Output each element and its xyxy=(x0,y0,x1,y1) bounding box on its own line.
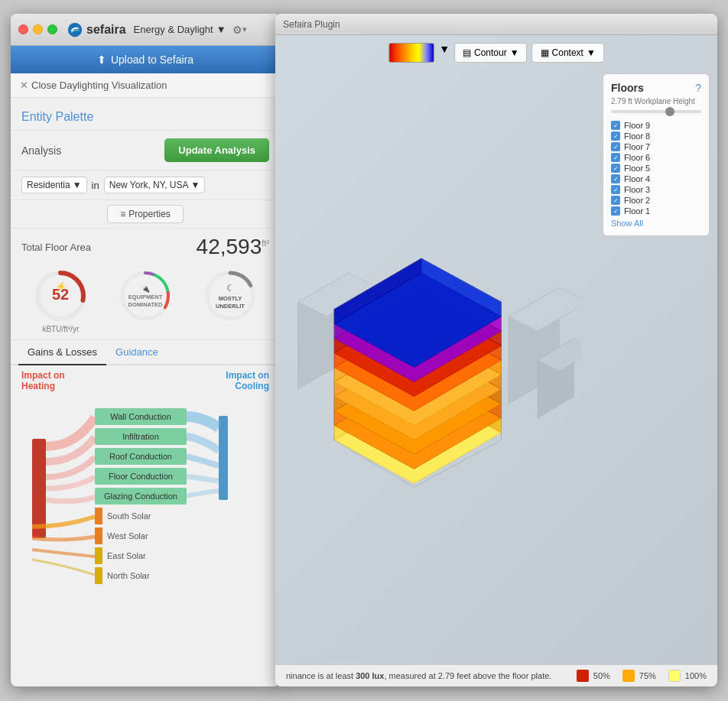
floor-5-label: Floor 5 xyxy=(624,164,650,173)
floor-6-label: Floor 6 xyxy=(624,153,650,162)
plugin-window: Sefaira Plugin ▼ ▤ Contour ▼ ▦ Context ▼ xyxy=(275,14,717,686)
sefaira-logo-icon xyxy=(67,21,83,38)
title-bar: sefaira Energy & Daylight ▼ ⚙ ▾ xyxy=(11,14,280,46)
lighting-gauge-svg: ☾ MOSTLY UNDERLIT xyxy=(203,268,258,323)
floor-item-7: Floor 7 xyxy=(611,142,701,151)
workplane-height-label: 2.79 ft Workplane Height xyxy=(611,97,701,105)
context-arrow: ▼ xyxy=(587,47,596,58)
svg-text:DOMINATED: DOMINATED xyxy=(128,301,163,308)
mode-label: Energy & Daylight xyxy=(134,24,213,35)
contour-button[interactable]: ▤ Contour ▼ xyxy=(454,43,528,63)
gear-icon[interactable]: ⚙ xyxy=(232,24,242,36)
workplane-slider[interactable] xyxy=(611,110,701,113)
analysis-row: Analysis Update Analysis xyxy=(11,131,280,170)
legend-bar: ninance is at least 300 lux, measured at… xyxy=(275,664,717,686)
energy-gauge-item: 52 ⚡ kBTU/ft²/yr xyxy=(26,268,95,333)
floors-panel: Floors ? 2.79 ft Workplane Height Floor … xyxy=(603,73,710,236)
location-chevron: ▼ xyxy=(191,180,200,190)
floor-item-2: Floor 2 xyxy=(611,196,701,205)
building-type-dropdown[interactable]: Residentia ▼ xyxy=(21,177,87,193)
floor-4-checkbox[interactable] xyxy=(611,174,620,183)
floor-area-unit: ft² xyxy=(262,239,269,248)
logo-text: sefaira xyxy=(86,23,126,37)
svg-text:EQUIPMENT: EQUIPMENT xyxy=(128,294,163,300)
upload-button[interactable]: ⬆ Upload to Sefaira xyxy=(11,46,280,73)
svg-text:⚡: ⚡ xyxy=(55,281,67,292)
floor-1-label: Floor 1 xyxy=(624,206,650,216)
impact-heating-label: Impact onHeating xyxy=(21,370,65,391)
plugin-title-bar: Sefaira Plugin xyxy=(275,14,717,35)
building-3d-svg xyxy=(291,66,581,509)
tab-gains-losses[interactable]: Gains & Losses xyxy=(18,340,106,365)
floor-6-checkbox[interactable] xyxy=(611,153,620,162)
floor-2-checkbox[interactable] xyxy=(611,196,620,205)
floor-9-label: Floor 9 xyxy=(624,121,650,130)
in-label: in xyxy=(92,180,99,191)
floor-area-value: 42,593ft² xyxy=(197,235,269,259)
properties-label: Properties xyxy=(128,209,171,219)
impact-cooling-label: Impact onCooling xyxy=(226,370,269,391)
location-value: New York, NY, USA xyxy=(109,180,189,190)
context-button[interactable]: ▦ Context ▼ xyxy=(532,43,604,63)
floor-1-checkbox[interactable] xyxy=(611,206,620,216)
energy-gauge-svg: 52 ⚡ xyxy=(33,268,88,323)
legend-50-dot xyxy=(577,670,589,682)
traffic-lights xyxy=(18,24,57,34)
slider-thumb[interactable] xyxy=(665,107,674,116)
floor-7-checkbox[interactable] xyxy=(611,142,620,151)
floor-3-label: Floor 3 xyxy=(624,185,650,194)
lighting-gauge-item: ☾ MOSTLY UNDERLIT xyxy=(196,268,265,333)
minimize-window-button[interactable] xyxy=(33,24,43,34)
sefaira-logo: sefaira xyxy=(67,21,126,38)
color-gradient-button[interactable] xyxy=(388,43,434,63)
show-all-link[interactable]: Show All xyxy=(611,219,701,228)
energy-unit-label: kBTU/ft²/yr xyxy=(42,325,79,333)
contour-arrow: ▼ xyxy=(510,47,519,58)
floor-item-6: Floor 6 xyxy=(611,153,701,162)
floor-5-checkbox[interactable] xyxy=(611,164,620,173)
floor-2-label: Floor 2 xyxy=(624,196,650,205)
gauges-row: 52 ⚡ kBTU/ft²/yr 🔌 EQUIPMENT DOMINATED xyxy=(11,262,280,340)
floor-item-8: Floor 8 xyxy=(611,131,701,141)
legend-100: 100% xyxy=(668,670,707,682)
floor-3-checkbox[interactable] xyxy=(611,185,620,194)
floors-header: Floors ? xyxy=(611,82,701,94)
floor-8-checkbox[interactable] xyxy=(611,131,620,141)
properties-row: ≡ Properties xyxy=(11,200,280,229)
context-label: Context xyxy=(552,47,583,58)
building-type-label: Residentia xyxy=(27,180,70,190)
floor-4-label: Floor 4 xyxy=(624,174,650,183)
3d-view: ▼ ▤ Contour ▼ ▦ Context ▼ xyxy=(275,35,717,686)
floors-title: Floors xyxy=(611,82,644,94)
tabs-row: Gains & Losses Guidance xyxy=(11,340,280,365)
mode-dropdown[interactable]: Energy & Daylight ▼ xyxy=(134,24,226,35)
plugin-title: Sefaira Plugin xyxy=(283,19,340,30)
location-dropdown[interactable]: New York, NY, USA ▼ xyxy=(104,177,206,193)
svg-text:☾: ☾ xyxy=(226,283,234,294)
legend-100-label: 100% xyxy=(685,671,707,680)
update-analysis-button[interactable]: Update Analysis xyxy=(164,138,269,162)
floor-area-label: Total Floor Area xyxy=(21,242,91,253)
sankey-svg: Wall Conduction Infiltration Roof Conduc… xyxy=(18,393,272,607)
color-dropdown-arrow[interactable]: ▼ xyxy=(439,43,450,63)
legend-50: 50% xyxy=(577,670,610,682)
close-daylighting-label: Close Daylighting Visualization xyxy=(31,80,167,91)
svg-rect-28 xyxy=(95,508,102,524)
svg-text:Roof Conduction: Roof Conduction xyxy=(109,452,172,461)
impact-labels: Impact onHeating Impact onCooling xyxy=(11,365,280,393)
properties-button[interactable]: ≡ Properties xyxy=(107,205,184,223)
maximize-window-button[interactable] xyxy=(47,24,57,34)
close-daylighting-button[interactable]: ✕ Close Daylighting Visualization xyxy=(11,73,280,98)
floors-help-icon[interactable]: ? xyxy=(695,82,701,94)
location-row: Residentia ▼ in New York, NY, USA ▼ xyxy=(11,170,280,200)
floor-8-label: Floor 8 xyxy=(624,131,650,141)
floor-9-checkbox[interactable] xyxy=(611,121,620,130)
close-window-button[interactable] xyxy=(18,24,28,34)
svg-text:UNDERLIT: UNDERLIT xyxy=(216,303,245,310)
floor-item-9: Floor 9 xyxy=(611,121,701,130)
upload-label: Upload to Sefaira xyxy=(111,54,193,66)
svg-text:Infiltration: Infiltration xyxy=(122,432,159,441)
floor-7-label: Floor 7 xyxy=(624,142,650,151)
entity-palette-header: Entity Palette xyxy=(11,98,280,131)
tab-guidance[interactable]: Guidance xyxy=(106,340,167,365)
